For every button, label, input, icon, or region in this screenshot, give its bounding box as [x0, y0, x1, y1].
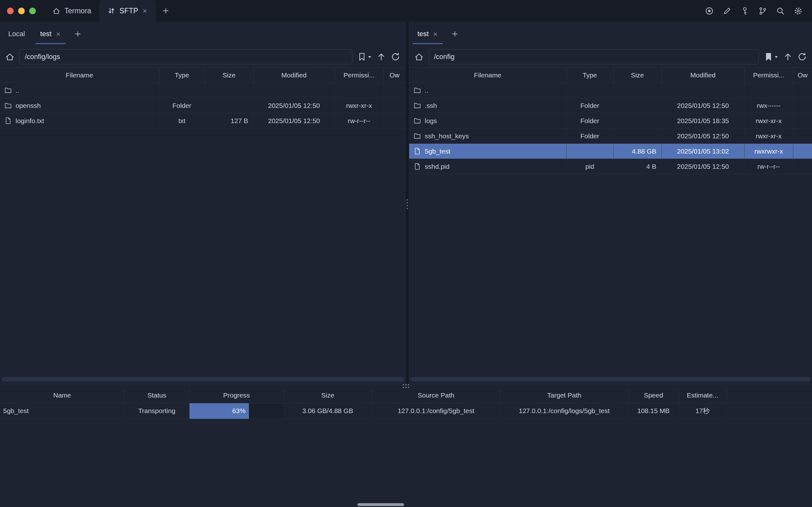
file-row[interactable]: ..	[409, 83, 812, 98]
horizontal-scrollbar[interactable]	[2, 377, 404, 381]
transfer-target-path: 127.0.0.1:/config/logs/5gb_test	[500, 403, 628, 419]
transfer-source-path: 127.0.0.1:/config/5gb_test	[372, 403, 500, 419]
column-header-type[interactable]: Type	[159, 68, 205, 83]
column-header-size[interactable]: Size	[613, 68, 661, 83]
arrow-up-icon	[783, 52, 793, 62]
new-window-tab-button[interactable]	[156, 0, 175, 21]
transfer-size: 3.06 GB/4.88 GB	[284, 403, 372, 419]
file-row[interactable]: ..	[0, 83, 405, 98]
column-header-type[interactable]: Type	[566, 68, 613, 83]
local-pane-tabs: Local test	[0, 21, 405, 46]
pane-tab-test-close-button[interactable]	[56, 32, 61, 37]
minimize-window-button[interactable]	[18, 8, 25, 14]
tab-sftp-label: SFTP	[119, 7, 138, 15]
chevron-down-icon[interactable]	[368, 55, 372, 59]
refresh-button[interactable]	[797, 52, 807, 62]
tab-sftp[interactable]: SFTP	[99, 0, 156, 21]
gear-icon[interactable]	[794, 7, 803, 15]
folder-icon	[414, 102, 421, 109]
file-row[interactable]: .ssh Folder 2025/01/05 12:50 rwx------	[409, 98, 812, 113]
remote-file-table: Filename Type Size Modified Permissi... …	[409, 67, 812, 174]
chevron-down-icon[interactable]	[774, 55, 778, 59]
key-icon[interactable]	[741, 7, 749, 15]
horizontal-scrollbar[interactable]	[411, 377, 810, 381]
folder-icon	[414, 117, 421, 124]
page-horizontal-scrollbar[interactable]	[358, 503, 404, 506]
file-row[interactable]: sshd.pid pid 4 B 2025/01/05 12:50 rw-r--…	[409, 159, 812, 174]
parent-directory-button[interactable]	[376, 52, 386, 62]
arrow-up-icon	[376, 52, 386, 62]
column-header-size[interactable]: Size	[284, 388, 372, 403]
column-header-status[interactable]: Status	[124, 388, 189, 403]
column-header-filler	[726, 388, 812, 403]
file-panes: Local test	[0, 21, 812, 384]
local-file-table: Filename Type Size Modified Permissi... …	[0, 67, 405, 128]
bookmark-icon[interactable]	[764, 52, 773, 62]
pane-tab-test-remote[interactable]: test	[410, 21, 446, 46]
transfer-estimate: 17秒	[679, 403, 726, 419]
parent-directory-button[interactable]	[783, 52, 793, 62]
tab-termora-label: Termora	[64, 7, 91, 15]
close-icon	[433, 32, 438, 37]
remote-path-input[interactable]	[429, 49, 759, 64]
column-header-estimate[interactable]: Estimate...	[679, 388, 726, 403]
file-row[interactable]: logs Folder 2025/01/05 18:35 rwxr-xr-x	[409, 113, 812, 128]
pane-tab-test[interactable]: test	[33, 21, 68, 46]
transfer-panel-splitter[interactable]	[0, 384, 812, 388]
plus-icon	[162, 7, 169, 14]
home-icon[interactable]	[414, 52, 424, 62]
folder-icon	[4, 102, 12, 109]
zoom-window-button[interactable]	[29, 8, 36, 14]
pencil-icon[interactable]	[723, 7, 732, 15]
transfer-status: Transporting	[124, 403, 189, 419]
folder-icon	[414, 132, 421, 139]
new-pane-tab-button[interactable]	[68, 21, 87, 46]
column-header-modified[interactable]: Modified	[661, 68, 744, 83]
column-header-permissions[interactable]: Permissi...	[335, 68, 383, 83]
tab-sftp-close-button[interactable]	[142, 8, 148, 14]
file-icon	[414, 163, 421, 170]
column-header-filename[interactable]: Filename	[0, 68, 159, 83]
file-row-selected[interactable]: 5gb_test 4.88 GB 2025/01/05 13:02 rwxrwx…	[409, 144, 812, 159]
file-icon	[4, 117, 12, 124]
folder-icon	[4, 87, 12, 94]
local-path-input[interactable]	[19, 49, 353, 64]
home-icon[interactable]	[5, 52, 15, 62]
column-header-target-path[interactable]: Target Path	[500, 388, 628, 403]
transfer-header-row: Name Status Progress Size Source Path Ta…	[0, 388, 812, 403]
file-row[interactable]: openssh Folder 2025/01/05 12:50 rwxr-xr-…	[0, 98, 405, 113]
column-header-owner[interactable]: Ow	[383, 68, 405, 83]
column-header-owner[interactable]: Ow	[793, 68, 812, 83]
refresh-button[interactable]	[391, 52, 400, 62]
pane-tab-test-remote-close-button[interactable]	[433, 32, 438, 37]
file-row[interactable]: loginfo.txt txt 127 B 2025/01/05 12:50 r…	[0, 113, 405, 128]
column-header-name[interactable]: Name	[0, 388, 124, 403]
transfer-icon	[108, 7, 115, 15]
record-icon[interactable]	[705, 7, 714, 15]
close-window-button[interactable]	[7, 8, 14, 14]
file-icon	[414, 148, 421, 155]
column-header-filename[interactable]: Filename	[409, 68, 566, 83]
progress-bar-fill: 63%	[190, 403, 249, 419]
column-header-speed[interactable]: Speed	[628, 388, 679, 403]
file-row[interactable]: ssh_host_keys Folder 2025/01/05 12:50 rw…	[409, 128, 812, 144]
column-header-size[interactable]: Size	[205, 68, 253, 83]
column-header-progress[interactable]: Progress	[189, 388, 284, 403]
transfer-progress-cell: 63%	[189, 403, 284, 419]
column-header-permissions[interactable]: Permissi...	[744, 68, 793, 83]
close-icon	[142, 8, 148, 14]
window-controls	[0, 0, 44, 21]
branch-icon[interactable]	[758, 7, 767, 15]
search-icon[interactable]	[776, 7, 785, 15]
new-remote-tab-button[interactable]	[446, 21, 464, 46]
transfer-row[interactable]: 5gb_test Transporting 63% 3.06 GB/4.88 G…	[0, 403, 812, 419]
bookmark-icon[interactable]	[357, 52, 367, 62]
close-icon	[56, 32, 61, 37]
titlebar-actions	[705, 0, 812, 21]
pane-tab-local[interactable]: Local	[1, 21, 33, 46]
refresh-icon	[391, 52, 400, 62]
column-header-modified[interactable]: Modified	[253, 68, 335, 83]
tab-termora[interactable]: Termora	[44, 0, 99, 21]
column-header-source-path[interactable]: Source Path	[372, 388, 500, 403]
pane-splitter[interactable]	[405, 21, 409, 384]
